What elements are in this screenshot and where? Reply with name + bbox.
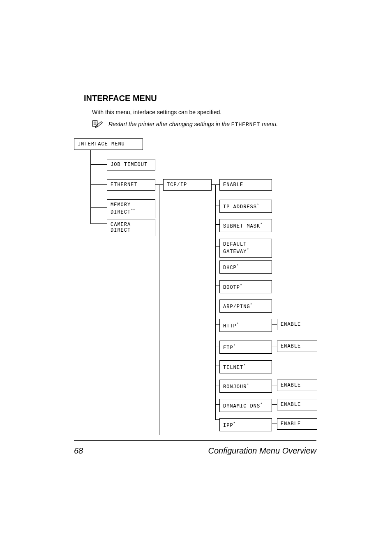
box-ethernet: ETHERNET [107,179,155,191]
box-telnet: TELNET* [219,360,272,373]
box-dhcp: DHCP* [219,260,272,274]
box-http: HTTP* [219,319,272,332]
box-tcpip: TCP/IP [163,179,212,191]
footer-title: Configuration Menu Overview [208,446,316,456]
box-interface-menu: INTERFACE MENU [74,138,143,150]
intro-text: With this menu, interface settings can b… [92,109,321,115]
box-job-timeout: JOB TIMEOUT [107,159,155,170]
box-bootp: BOOTP* [219,280,272,293]
note-text: Restart the printer after changing setti… [108,121,278,128]
box-http-enable: ENABLE [277,319,317,330]
box-dynamicdns-enable: ENABLE [277,399,317,410]
box-ftp: FTP* [219,341,272,354]
note-icon [92,120,104,129]
box-arp-ping: ARP/PING* [219,299,272,313]
box-ftp-enable: ENABLE [277,341,317,352]
page-footer: 68 Configuration Menu Overview [74,446,316,456]
menu-diagram: INTERFACE MENU JOB TIMEOUT ETHERNET MEMO… [74,138,321,442]
footer-divider [74,440,316,441]
box-enable: ENABLE [219,179,272,191]
note-row: Restart the printer after changing setti… [92,120,321,129]
page-number: 68 [74,446,83,456]
box-ipp: IPP* [219,418,272,431]
section-heading: INTERFACE MENU [84,94,321,103]
box-camera-direct: CAMERA DIRECT [107,219,155,236]
box-ip-address: IP ADDRESS* [219,200,272,213]
box-subnet-mask: SUBNET MASK* [219,219,272,232]
box-bonjour-enable: ENABLE [277,380,317,391]
box-ipp-enable: ENABLE [277,418,317,430]
box-dynamic-dns: DYNAMIC DNS* [219,399,272,412]
box-default-gateway: DEFAULT GATEWAY* [219,239,272,258]
box-bonjour: BONJOUR* [219,380,272,393]
box-memory-direct: MEMORY DIRECT** [107,199,155,218]
